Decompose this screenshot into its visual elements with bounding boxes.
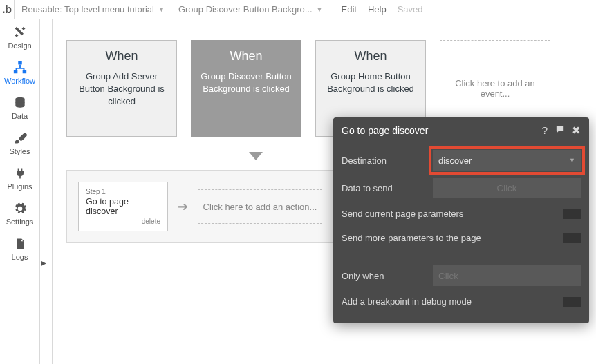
tab-workflow[interactable]: Workflow	[0, 55, 39, 90]
save-status: Saved	[392, 4, 429, 15]
help-menu[interactable]: Help	[362, 4, 392, 15]
tab-label: Styles	[10, 147, 30, 155]
breakpoint-label: Add a breakpoint in debug mode	[342, 296, 563, 307]
selected-event-pointer	[249, 152, 263, 160]
event-body: Group Home Button Background is clicked	[323, 70, 418, 95]
destination-select[interactable]: discover ▼	[433, 150, 581, 171]
data-to-send-row: Data to send	[342, 174, 581, 202]
sidebar: Design Workflow Data Styles Plugins Sett…	[0, 19, 40, 364]
tab-label: Design	[8, 41, 31, 50]
gear-icon	[12, 201, 28, 216]
workflow-icon	[12, 60, 28, 75]
tab-label: Workflow	[4, 77, 35, 85]
event-head: When	[230, 49, 262, 64]
data-to-send-label: Data to send	[342, 183, 433, 193]
only-when-label: Only when	[342, 271, 433, 281]
data-to-send-input[interactable]	[433, 178, 581, 198]
svg-rect-0	[18, 61, 22, 65]
close-icon[interactable]: ✖	[572, 124, 581, 137]
caret-down-icon: ▼	[317, 6, 323, 13]
brush-icon	[12, 131, 28, 146]
event-head: When	[105, 49, 138, 64]
divider	[342, 256, 581, 256]
page-selector-label: Reusable: Top level menu tutorial	[21, 4, 154, 15]
caret-down-icon: ▼	[158, 6, 165, 13]
destination-value: discover	[438, 155, 472, 166]
event-box-discover[interactable]: When Group Discover Button Background is…	[191, 40, 301, 137]
destination-row: Destination discover ▼	[342, 146, 581, 174]
panel-title: Go to page discover	[342, 125, 542, 136]
event-body: Group Add Server Button Background is cl…	[74, 70, 169, 108]
tab-design[interactable]: Design	[0, 19, 39, 55]
only-when-input[interactable]	[433, 265, 581, 286]
send-current-params-toggle[interactable]	[563, 209, 581, 219]
app-logo[interactable]: .b	[0, 0, 15, 19]
add-action-button[interactable]: Click here to add an action...	[198, 189, 322, 224]
tab-settings[interactable]: Settings	[0, 195, 39, 231]
database-icon	[12, 95, 28, 111]
comment-icon[interactable]	[555, 124, 565, 137]
tab-label: Settings	[6, 218, 34, 226]
only-when-row: Only when	[342, 262, 581, 289]
design-icon	[12, 25, 28, 40]
tab-label: Logs	[12, 253, 28, 261]
send-more-params-toggle[interactable]	[563, 233, 581, 243]
step-delete[interactable]: delete	[86, 218, 160, 225]
tab-styles[interactable]: Styles	[0, 125, 39, 160]
action-step-1[interactable]: Step 1 Go to page discover delete	[78, 182, 168, 231]
event-box-add-server[interactable]: When Group Add Server Button Background …	[66, 40, 177, 137]
send-more-params-label: Send more parameters to the page	[342, 233, 563, 243]
separator	[333, 3, 333, 17]
page-selector-dropdown[interactable]: Reusable: Top level menu tutorial ▼	[15, 1, 171, 18]
breakpoint-toggle[interactable]	[563, 297, 581, 307]
send-current-params-row: Send current page parameters	[342, 202, 581, 226]
logs-icon	[12, 236, 28, 251]
element-selector-dropdown[interactable]: Group Discover Button Backgro... ▼	[171, 1, 330, 18]
send-more-params-row: Send more parameters to the page	[342, 226, 581, 250]
arrow-right-icon: ➔	[178, 199, 188, 214]
tab-plugins[interactable]: Plugins	[0, 160, 39, 195]
topbar: .b Reusable: Top level menu tutorial ▼ G…	[0, 0, 596, 19]
tab-logs[interactable]: Logs	[0, 231, 39, 266]
edit-menu[interactable]: Edit	[336, 4, 362, 15]
step-title: Go to page discover	[86, 197, 160, 216]
gutter	[40, 19, 53, 364]
destination-label: Destination	[342, 155, 433, 166]
tab-data[interactable]: Data	[0, 90, 39, 125]
help-icon[interactable]: ?	[542, 124, 548, 137]
event-body: Group Discover Button Background is clic…	[198, 70, 294, 95]
svg-rect-2	[22, 70, 26, 74]
caret-down-icon: ▼	[569, 157, 575, 164]
breakpoint-row: Add a breakpoint in debug mode	[342, 289, 581, 314]
svg-rect-1	[13, 70, 17, 74]
event-head: When	[354, 49, 387, 64]
tab-label: Plugins	[7, 182, 32, 191]
expand-sidebar-button[interactable]: ▶	[40, 256, 47, 269]
action-property-panel: Go to page discover ? ✖ Destination disc…	[333, 117, 589, 323]
element-selector-label: Group Discover Button Backgro...	[178, 4, 313, 15]
step-number: Step 1	[86, 188, 160, 195]
send-current-params-label: Send current page parameters	[342, 209, 563, 219]
panel-header[interactable]: Go to page discover ? ✖	[333, 117, 589, 144]
tab-label: Data	[12, 112, 28, 120]
plug-icon	[12, 166, 28, 181]
